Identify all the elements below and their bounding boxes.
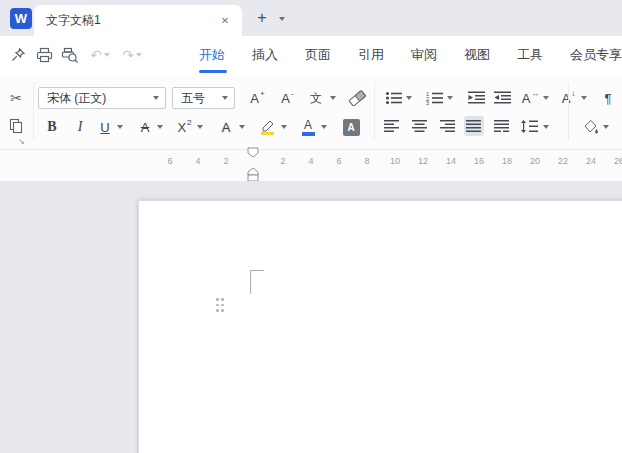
ruler-number: 12 xyxy=(418,156,428,166)
document-page[interactable] xyxy=(138,200,622,453)
line-spacing-icon xyxy=(521,120,538,133)
print-icon xyxy=(36,47,53,63)
shading-fill-button[interactable] xyxy=(578,115,602,139)
app-logo: W xyxy=(10,8,32,29)
bullets-button[interactable] xyxy=(383,87,405,109)
paint-bucket-icon xyxy=(581,119,599,135)
horizontal-ruler[interactable]: 6 4 2 2 4 6 8 10 12 14 16 18 20 22 24 26 xyxy=(0,150,622,181)
font-color-chevron-icon[interactable] xyxy=(321,125,327,129)
pin-button[interactable] xyxy=(8,45,28,65)
paste-icon xyxy=(8,118,24,134)
shading-chevron-icon[interactable] xyxy=(603,125,609,129)
tab-list-chevron-icon[interactable] xyxy=(279,17,285,21)
font-size-select[interactable]: 五号 xyxy=(172,87,235,109)
char-shading-button[interactable]: A xyxy=(340,116,362,138)
italic-button[interactable]: I xyxy=(68,115,92,139)
paste-button[interactable] xyxy=(2,114,30,138)
strikethrough-chevron-icon[interactable] xyxy=(157,125,163,129)
shrink-font-button[interactable]: A - xyxy=(273,87,301,109)
tab-insert[interactable]: 插入 xyxy=(252,46,278,64)
font-name-select[interactable]: 宋体 (正文) xyxy=(38,87,166,109)
numbering-button[interactable]: 123 xyxy=(424,87,446,109)
text-effects-button[interactable]: A xyxy=(214,115,238,139)
clipboard-dialog-launcher-icon[interactable]: ↘ xyxy=(18,138,25,146)
show-marks-button[interactable]: ¶ xyxy=(596,87,620,109)
grow-font-icon: A xyxy=(250,92,259,105)
strikethrough-button[interactable]: A xyxy=(134,115,156,139)
undo-chevron-icon[interactable] xyxy=(104,53,110,57)
decrease-indent-button[interactable] xyxy=(466,87,488,109)
superscript-button[interactable]: X 2 xyxy=(172,115,196,139)
titlebar: W 文字文稿1 ✕ + xyxy=(0,0,622,36)
redo-chevron-icon[interactable] xyxy=(136,53,142,57)
pin-icon xyxy=(10,47,26,63)
superscript-icon: X xyxy=(177,121,186,134)
document-tab[interactable]: 文字文稿1 ✕ xyxy=(34,5,242,36)
document-canvas xyxy=(0,181,622,453)
grow-font-button[interactable]: A + xyxy=(243,87,271,109)
wps-writer-window: W 文字文稿1 ✕ + ↶ ↷ 开始 插入 页面 引用 审阅 xyxy=(0,0,622,453)
bullets-chevron-icon[interactable] xyxy=(406,96,412,100)
new-tab-button[interactable]: + xyxy=(252,8,272,28)
print-preview-button[interactable] xyxy=(60,45,80,65)
font-name-value: 宋体 (正文) xyxy=(47,90,153,107)
tab-home[interactable]: 开始 xyxy=(199,46,225,64)
ruler-number: 18 xyxy=(502,156,512,166)
chinese-layout-chevron-icon[interactable] xyxy=(543,96,549,100)
align-distribute-icon xyxy=(494,120,510,132)
align-center-button[interactable] xyxy=(410,116,430,136)
phonetic-guide-button[interactable]: 文 xyxy=(303,87,329,109)
align-justify-icon xyxy=(466,120,482,132)
underline-chevron-icon[interactable] xyxy=(117,125,123,129)
indent-markers[interactable] xyxy=(246,147,260,183)
tab-view[interactable]: 视图 xyxy=(464,46,490,64)
document-tab-title: 文字文稿1 xyxy=(46,12,216,29)
tab-page[interactable]: 页面 xyxy=(305,46,331,64)
first-line-indent-marker xyxy=(248,148,258,157)
increase-indent-button[interactable] xyxy=(492,87,514,109)
print-button[interactable] xyxy=(34,45,54,65)
group-divider xyxy=(374,82,375,140)
numbering-chevron-icon[interactable] xyxy=(447,96,453,100)
superscript-chevron-icon[interactable] xyxy=(197,125,203,129)
tab-member[interactable]: 会员专享 xyxy=(570,46,622,64)
line-spacing-chevron-icon[interactable] xyxy=(543,125,549,129)
ruler-number: 14 xyxy=(446,156,456,166)
underline-button[interactable]: U xyxy=(94,115,116,139)
ribbon-tab-strip: 开始 插入 页面 引用 审阅 视图 工具 会员专享 xyxy=(199,36,622,74)
align-distribute-button[interactable] xyxy=(492,116,512,136)
undo-button[interactable]: ↶ xyxy=(86,45,106,65)
cut-button[interactable]: ✂ xyxy=(2,86,30,110)
menubar: ↶ ↷ 开始 插入 页面 引用 审阅 视图 工具 会员专享 xyxy=(0,36,622,75)
tab-references[interactable]: 引用 xyxy=(358,46,384,64)
group-divider xyxy=(33,82,34,140)
close-tab-icon[interactable]: ✕ xyxy=(216,12,234,30)
italic-icon: I xyxy=(78,119,83,135)
ruler-number: 6 xyxy=(167,156,172,166)
bold-button[interactable]: B xyxy=(40,115,64,139)
sort-chevron-icon[interactable] xyxy=(581,96,587,100)
ruler-number: 6 xyxy=(336,156,341,166)
tab-tools[interactable]: 工具 xyxy=(517,46,543,64)
chevron-down-icon xyxy=(153,96,159,100)
char-shading-icon: A xyxy=(343,119,360,136)
line-spacing-button[interactable] xyxy=(518,116,540,136)
highlight-button[interactable] xyxy=(256,115,280,139)
print-preview-icon xyxy=(61,47,79,64)
align-left-button[interactable] xyxy=(382,116,402,136)
chinese-layout-button[interactable]: A ↔ xyxy=(518,87,542,109)
highlight-chevron-icon[interactable] xyxy=(281,125,287,129)
text-effects-chevron-icon[interactable] xyxy=(239,125,245,129)
font-color-button[interactable]: A xyxy=(296,115,320,139)
clear-format-button[interactable] xyxy=(344,87,370,109)
group-divider xyxy=(568,82,569,140)
phonetic-chevron-icon[interactable] xyxy=(330,96,336,100)
redo-button[interactable]: ↷ xyxy=(118,45,138,65)
paragraph-drag-handle-icon[interactable] xyxy=(215,297,225,313)
ruler-number: 10 xyxy=(390,156,400,166)
align-right-button[interactable] xyxy=(438,116,458,136)
align-justify-button[interactable] xyxy=(464,116,484,136)
eraser-icon xyxy=(348,90,366,106)
tab-review[interactable]: 审阅 xyxy=(411,46,437,64)
align-right-icon xyxy=(440,120,456,132)
